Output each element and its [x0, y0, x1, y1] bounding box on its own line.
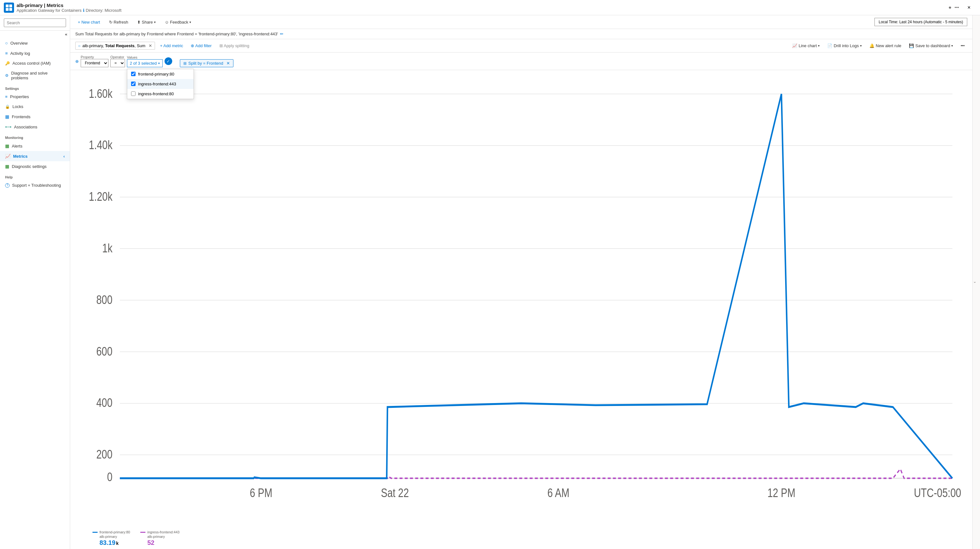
app-type: Application Gateway for Containers — [17, 8, 82, 13]
more-icon[interactable]: ••• — [955, 5, 959, 10]
svg-rect-1 — [9, 5, 12, 7]
split-remove-button[interactable]: ✕ — [226, 61, 230, 66]
new-alert-rule-button[interactable]: 🔔 New alert rule — [867, 42, 904, 49]
feedback-button[interactable]: ☺ Feedback ▾ — [162, 18, 194, 26]
share-label: ⬆ Share — [137, 20, 153, 25]
settings-section-header: Settings — [0, 83, 70, 92]
sidebar-item-diagnostic[interactable]: ▦ Diagnostic settings — [0, 161, 70, 171]
page-subtitle: Application Gateway for Containers ℹ Dir… — [17, 8, 121, 13]
values-dropdown: frontend-primary:80 ingress-frontend:443… — [127, 69, 194, 99]
svg-text:12 PM: 12 PM — [768, 486, 795, 500]
time-range-button[interactable]: Local Time: Last 24 hours (Automatic - 5… — [875, 18, 967, 26]
directory-label: Directory: Microsoft — [86, 8, 121, 13]
drill-logs-icon: 📄 — [827, 43, 832, 48]
sidebar-item-overview[interactable]: ○ Overview — [0, 38, 70, 48]
frontends-icon: ▦ — [5, 114, 9, 119]
help-section-header: Help — [0, 171, 70, 180]
sidebar-item-label: Alerts — [12, 144, 22, 149]
option-1-checkbox[interactable] — [131, 72, 135, 76]
option-3-checkbox[interactable] — [131, 92, 135, 96]
sidebar-item-activity-log[interactable]: ≡ Activity log — [0, 48, 70, 58]
chart-header: Sum Total Requests for alb-primary by Fr… — [70, 29, 972, 39]
info-icon: ℹ — [83, 8, 84, 13]
add-filter-button[interactable]: ⊕ Add filter — [188, 42, 214, 49]
sidebar-item-alerts[interactable]: ▦ Alerts — [0, 141, 70, 151]
dropdown-option-3[interactable]: ingress-frontend:80 — [127, 89, 194, 99]
option-1-label: frontend-primary:80 — [138, 72, 174, 76]
sidebar-item-properties[interactable]: ≡ Properties — [0, 92, 70, 102]
new-chart-button[interactable]: + New chart — [75, 18, 103, 26]
alert-rule-icon: 🔔 — [869, 43, 875, 48]
page-title: alb-primary | Metrics — [17, 3, 121, 8]
feedback-label: ☺ Feedback — [165, 20, 188, 25]
dropdown-option-1[interactable]: frontend-primary:80 — [127, 69, 194, 79]
sidebar-item-label: Metrics — [13, 154, 28, 159]
overview-icon: ○ — [5, 40, 8, 46]
sidebar-item-label: Diagnostic settings — [12, 164, 46, 169]
dropdown-option-2[interactable]: ingress-frontend:443 — [127, 79, 194, 89]
svg-rect-2 — [6, 8, 9, 11]
favorite-icon[interactable]: ★ — [948, 5, 952, 10]
line-chart-button[interactable]: 📈 Line chart ▾ — [790, 42, 822, 49]
close-button[interactable]: ✕ — [961, 3, 976, 13]
sidebar-collapse-btn[interactable]: « — [0, 30, 70, 38]
support-icon: ? — [5, 183, 10, 188]
legend-value-1: 83.19 k — [92, 539, 130, 546]
metric-remove-button[interactable]: ✕ — [149, 43, 152, 48]
more-options-button[interactable]: ••• — [958, 42, 967, 49]
sidebar-item-label: Overview — [10, 41, 27, 46]
app-logo — [4, 3, 14, 13]
operator-select[interactable]: = — [110, 59, 125, 67]
edit-title-icon[interactable]: ✏ — [280, 32, 283, 36]
metric-tag: ○ alb-primary, Total Requests, Sum ✕ — [75, 42, 155, 50]
legend-value-2: 52 — [140, 539, 180, 546]
sidebar-item-frontends[interactable]: ▦ Frontends — [0, 111, 70, 122]
legend-label-2: ingress-frontend:443 — [147, 530, 180, 534]
legend-value-sub-1: k — [116, 541, 119, 546]
save-dashboard-button[interactable]: 💾 Save to dashboard ▾ — [906, 42, 955, 49]
sidebar-item-access-control[interactable]: 🔑 Access control (IAM) — [0, 58, 70, 68]
legend-sublabel-2: alb-primary — [140, 535, 180, 538]
option-2-checkbox[interactable] — [131, 82, 135, 86]
feedback-chevron: ▾ — [189, 21, 191, 24]
sidebar-item-label: Support + Troubleshooting — [12, 183, 61, 188]
sidebar-item-associations[interactable]: ⟷ Associations — [0, 122, 70, 132]
monitoring-section-header: Monitoring — [0, 132, 70, 141]
sidebar-item-locks[interactable]: 🔒 Locks — [0, 102, 70, 111]
chart-title-row: Sum Total Requests for alb-primary by Fr… — [75, 32, 967, 36]
legend-item-1: frontend-primary:80 alb-primary 83.19 k — [92, 530, 130, 546]
legend-color-1 — [92, 532, 98, 533]
add-metric-button[interactable]: + Add metric — [158, 42, 186, 49]
refresh-button[interactable]: ↻ Refresh — [107, 18, 131, 26]
line-chart-label: Line chart — [799, 43, 817, 48]
property-select[interactable]: Frontend — [81, 59, 108, 67]
sidebar-item-label: Access control (IAM) — [13, 61, 51, 66]
split-icon: ⊞ — [183, 61, 186, 66]
legend-sublabel-1: alb-primary — [92, 535, 130, 538]
drill-into-logs-button[interactable]: 📄 Drill into Logs ▾ — [825, 42, 864, 49]
sidebar-item-label: Diagnose and solve problems — [11, 71, 65, 80]
sidebar-item-metrics[interactable]: 📈 Metrics ‹ — [0, 151, 70, 161]
filter-confirm-button[interactable]: ✓ — [165, 57, 172, 65]
line-chart-icon: 📈 — [792, 43, 797, 48]
legend-value-text-2: 52 — [147, 539, 154, 546]
chart-legend: frontend-primary:80 alb-primary 83.19 k … — [92, 530, 180, 546]
svg-text:UTC-05:00: UTC-05:00 — [914, 486, 961, 500]
share-button[interactable]: ⬆ Share ▾ — [135, 18, 158, 26]
option-2-label: ingress-frontend:443 — [138, 82, 176, 86]
sidebar-item-diagnose[interactable]: ⚙ Diagnose and solve problems — [0, 68, 70, 83]
apply-splitting-button[interactable]: ⊞ Apply splitting — [217, 42, 252, 49]
svg-text:6 AM: 6 AM — [547, 486, 570, 500]
chart-svg: 1.60k 1.40k 1.20k 1k 800 600 400 200 0 6… — [75, 75, 967, 544]
values-chevron: ▾ — [158, 62, 160, 65]
sidebar: « ○ Overview ≡ Activity log 🔑 Access con… — [0, 15, 70, 549]
metrics-icon: 📈 — [5, 154, 11, 159]
right-panel-expand[interactable]: › — [972, 15, 980, 549]
search-input[interactable] — [4, 19, 66, 27]
values-label: Values — [127, 56, 163, 59]
split-label: Split by = Frontend — [188, 61, 223, 66]
values-select-button[interactable]: 2 of 3 selected ▾ — [127, 59, 163, 67]
sidebar-item-support[interactable]: ? Support + Troubleshooting — [0, 180, 70, 190]
metric-bar: ○ alb-primary, Total Requests, Sum ✕ + A… — [70, 39, 972, 52]
svg-rect-0 — [6, 5, 9, 7]
